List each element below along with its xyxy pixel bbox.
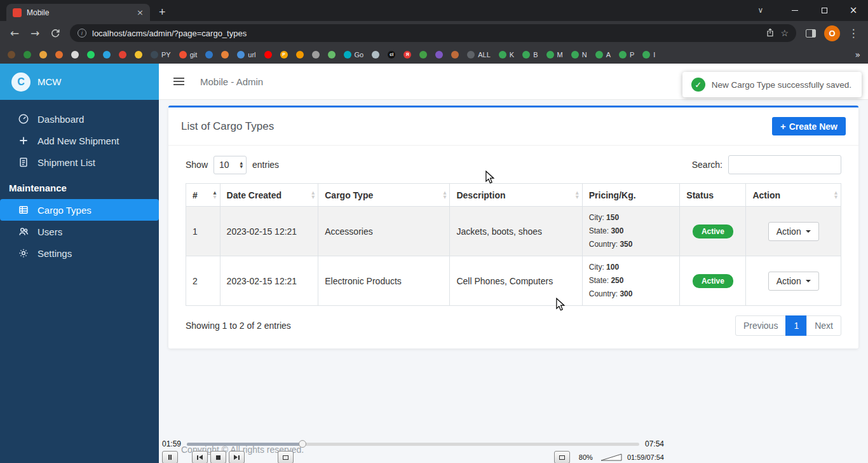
page-length-select[interactable]: 10 ▲▼	[214, 156, 247, 174]
col-header-description[interactable]: Description ▲▼	[450, 184, 582, 207]
bookmark-item[interactable]	[103, 51, 111, 59]
bookmark-item[interactable]	[135, 51, 142, 59]
tab-search-chevron-icon[interactable]: ∨	[750, 0, 771, 20]
bookmark-item[interactable]	[435, 51, 443, 59]
browser-menu-icon[interactable]: ⋮	[844, 24, 863, 43]
bookmark-item[interactable]: A	[595, 51, 611, 59]
bookmark-item[interactable]	[264, 51, 272, 59]
back-icon[interactable]: ←	[5, 24, 24, 43]
bookmark-item[interactable]: url	[237, 51, 255, 59]
sidebar-item-dashboard[interactable]: Dashboard	[0, 108, 159, 130]
site-info-icon[interactable]: i	[78, 29, 86, 38]
pagination-page-1[interactable]: 1	[785, 315, 807, 336]
bookmark-item[interactable]	[205, 51, 213, 59]
bookmark-item[interactable]: cl	[388, 51, 395, 59]
bookmark-item[interactable]: git	[179, 51, 198, 59]
cell-pricing: City: 100 State: 250 Country: 300	[582, 256, 680, 306]
bookmark-item[interactable]: N	[571, 51, 587, 59]
action-dropdown-button[interactable]: Action	[768, 272, 819, 291]
side-panel-icon[interactable]	[801, 24, 820, 43]
bookmark-favicon-icon	[119, 51, 126, 59]
maximize-button[interactable]	[810, 0, 839, 20]
pagination-previous[interactable]: Previous	[735, 315, 786, 336]
bookmark-star-icon[interactable]: ☆	[780, 28, 789, 38]
next-button[interactable]	[229, 451, 245, 463]
bookmark-item[interactable]: P	[619, 51, 634, 59]
search-control: Search:	[692, 155, 841, 174]
brand-header[interactable]: C MCW	[0, 64, 159, 100]
bookmark-item[interactable]	[372, 51, 379, 59]
sidebar-item-shipment-list[interactable]: Shipment List	[0, 151, 159, 173]
reload-icon[interactable]	[46, 24, 65, 43]
bookmark-item[interactable]: K	[499, 51, 514, 59]
create-new-button[interactable]: + Create New	[772, 117, 846, 135]
bookmark-item[interactable]	[71, 51, 79, 59]
bookmark-item[interactable]	[296, 51, 304, 59]
browser-tab[interactable]: Mobile ×	[6, 4, 150, 21]
col-header-pricing[interactable]: Pricing/Kg.	[582, 184, 680, 207]
bookmark-item[interactable]	[451, 51, 459, 59]
sidebar-item-users[interactable]: Users	[0, 221, 159, 242]
bookmark-item[interactable]	[221, 51, 229, 59]
bookmark-favicon-icon: cl	[388, 51, 395, 59]
action-dropdown-button[interactable]: Action	[768, 222, 819, 241]
capture-button[interactable]	[278, 451, 294, 463]
volume-wedge-icon[interactable]	[600, 453, 622, 461]
bookmark-item[interactable]: Я	[403, 51, 411, 59]
share-icon[interactable]	[766, 28, 775, 39]
entries-info: Showing 1 to 2 of 2 entries	[186, 321, 291, 331]
seek-bar[interactable]	[187, 443, 639, 446]
previous-button[interactable]	[192, 451, 208, 463]
col-header-status[interactable]: Status	[680, 184, 746, 207]
col-header-action[interactable]: Action ▲▼	[746, 184, 841, 207]
bookmark-item[interactable]: I	[642, 51, 655, 59]
search-input[interactable]	[728, 155, 841, 174]
sidebar-item-add-new-shipment[interactable]: Add New Shipment	[0, 130, 159, 151]
bookmark-favicon-icon	[451, 51, 459, 59]
bookmark-item[interactable]	[328, 51, 336, 59]
profile-avatar[interactable]: O	[824, 25, 840, 41]
plus-icon	[18, 135, 29, 146]
table-controls: Show 10 ▲▼ entries Search:	[186, 155, 841, 174]
sidebar-item-cargo-types[interactable]: Cargo Types	[0, 199, 159, 221]
bookmark-item[interactable]	[87, 51, 95, 59]
bookmark-item[interactable]	[312, 51, 320, 59]
col-header-cargo-type[interactable]: Cargo Type ▲▼	[318, 184, 450, 207]
sidebar-item-label: Users	[37, 226, 62, 237]
bookmark-item[interactable]: P	[280, 51, 288, 59]
sidebar-item-settings[interactable]: Settings	[0, 242, 159, 264]
bookmarks-bar: PYgiturlPGoclЯALLKBMNAPI»	[0, 45, 868, 64]
options-button[interactable]	[554, 451, 570, 463]
stop-button[interactable]	[210, 451, 226, 463]
col-header-date-created[interactable]: Date Created ▲▼	[220, 184, 318, 207]
scrubber-row: 01:59 07:54	[162, 439, 664, 449]
bookmark-item[interactable]: PY	[151, 51, 171, 59]
minimize-button[interactable]	[780, 0, 810, 20]
bookmark-item[interactable]: M	[546, 51, 563, 59]
bookmark-favicon-icon	[296, 51, 304, 59]
brand-logo: C	[11, 73, 31, 92]
bookmarks-overflow-icon[interactable]: »	[855, 50, 860, 60]
tab-close-icon[interactable]: ×	[137, 8, 144, 17]
new-tab-button[interactable]: +	[159, 6, 166, 19]
bookmark-item[interactable]: ALL	[467, 51, 491, 59]
bookmark-item[interactable]	[119, 51, 126, 59]
bookmark-item[interactable]	[419, 51, 427, 59]
bookmark-item[interactable]	[24, 51, 31, 59]
hamburger-menu-icon[interactable]	[173, 78, 184, 85]
player-knob[interactable]	[299, 440, 306, 448]
pagination-next[interactable]: Next	[806, 315, 841, 336]
col-header-number[interactable]: # ▲▼	[186, 184, 220, 207]
bookmark-item[interactable]: Go	[344, 51, 364, 59]
bookmark-favicon-icon	[467, 51, 475, 59]
pause-button[interactable]	[162, 451, 178, 463]
forward-icon[interactable]: →	[25, 24, 44, 43]
bookmark-item[interactable]	[8, 51, 15, 59]
address-bar[interactable]: i localhost/acms/admin/?page=cargo_types…	[70, 24, 796, 42]
table-footer: Showing 1 to 2 of 2 entries Previous 1 N…	[186, 315, 841, 336]
bookmark-item[interactable]: B	[522, 51, 538, 59]
close-button[interactable]: ×	[839, 0, 868, 20]
cargo-types-card: List of Cargo Types + Create New Show 10	[168, 106, 858, 349]
bookmark-item[interactable]	[39, 51, 47, 59]
bookmark-item[interactable]	[55, 51, 63, 59]
